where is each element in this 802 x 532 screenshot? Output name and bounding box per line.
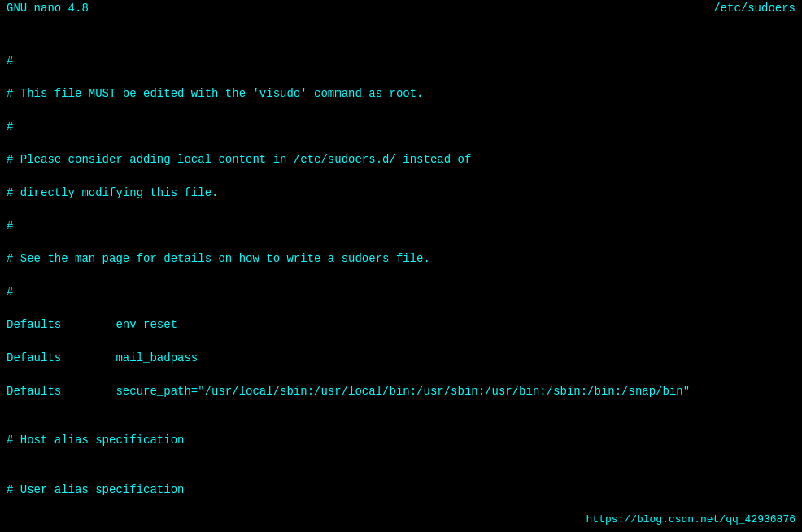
terminal-line: Defaults env_reset [7, 316, 795, 333]
terminal-line: Defaults mail_badpass [7, 350, 795, 366]
top-bar: GNU nano 4.8 /etc/sudoers [0, 0, 802, 16]
terminal-line: # Host alias specification [7, 432, 795, 448]
terminal-line: # [7, 218, 795, 234]
top-bar-left: GNU nano 4.8 [7, 2, 89, 15]
terminal-line: # directly modifying this file. [7, 185, 795, 201]
terminal-line: # See the man page for details on how to… [7, 251, 795, 267]
terminal-line: # Please consider adding local content i… [7, 151, 795, 168]
top-bar-right: /etc/sudoers [713, 2, 795, 15]
terminal-line: # [7, 119, 795, 135]
terminal-line: # [7, 284, 795, 300]
terminal-line: # User alias specification [7, 482, 795, 498]
terminal-line: Defaults secure_path="/usr/local/sbin:/u… [7, 383, 795, 399]
terminal-line: # This file MUST be edited with the 'vis… [7, 85, 795, 102]
content-area: # # This file MUST be edited with the 'v… [0, 16, 802, 532]
terminal-line: # [7, 53, 795, 69]
terminal: GNU nano 4.8 /etc/sudoers # # This file … [0, 0, 802, 532]
watermark: https://blog.csdn.net/qq_42936876 [586, 513, 795, 525]
